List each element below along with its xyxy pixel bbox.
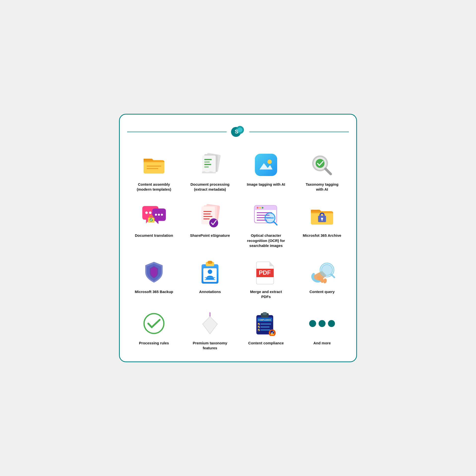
svg-rect-11: [204, 164, 211, 165]
list-item: Content assembly(modern templates): [127, 147, 181, 196]
and-more-icon: [308, 310, 336, 337]
svg-point-21: [155, 214, 157, 216]
content-query-label: Content query: [309, 289, 335, 294]
taxonomy-tagging-label: Taxonomy taggingwith AI: [306, 182, 338, 192]
svg-point-39: [257, 207, 258, 208]
list-item: Taxonomy taggingwith AI: [295, 147, 349, 196]
annotations-label: Annotations: [199, 289, 221, 294]
list-item: Document translation: [127, 198, 181, 252]
processing-rules-label: Processing rules: [139, 341, 169, 346]
svg-point-69: [144, 314, 164, 333]
esignature-label: SharePoint eSignature: [190, 233, 230, 238]
svg-point-13: [268, 160, 272, 164]
image-tagging-label: Image tagging with AI: [247, 182, 285, 187]
svg-rect-56: [208, 261, 212, 264]
svg-point-58: [208, 269, 212, 274]
svg-rect-9: [204, 159, 212, 160]
archive-label: Microsfot 365 Archive: [303, 233, 341, 238]
list-item: SharePoint eSignature: [183, 198, 237, 252]
annotations-icon: [196, 259, 224, 286]
image-tagging-icon: [252, 151, 280, 178]
svg-point-64: [322, 265, 332, 275]
ocr-icon: [252, 202, 280, 230]
svg-point-68: [323, 278, 327, 284]
list-item: Premium taxonomyfeatures: [183, 305, 237, 354]
svg-rect-73: [263, 312, 267, 315]
doc-processing-icon: [196, 151, 224, 178]
main-card: S Content assembly(modern temp: [119, 114, 357, 362]
svg-point-17: [316, 159, 325, 168]
svg-point-23: [161, 214, 163, 216]
taxonomy-tagging-icon: [308, 151, 336, 178]
svg-text:COMPLIANCE: COMPLIANCE: [258, 319, 271, 321]
list-item: Image tagging with AI: [239, 147, 293, 196]
list-item: Content query: [295, 254, 349, 303]
pdf-icon: PDF: [252, 259, 280, 286]
svg-text:S: S: [235, 128, 238, 135]
list-item: Document processing(extract metadata): [183, 147, 237, 196]
list-item: And more: [295, 305, 349, 354]
backup-icon: [140, 259, 168, 286]
list-item: Microsfot 365 Archive: [295, 198, 349, 252]
features-grid: Content assembly(modern templates): [127, 147, 349, 354]
content-assembly-label: Content assembly(modern templates): [137, 182, 171, 192]
svg-rect-10: [204, 161, 210, 163]
dot-3: [328, 320, 335, 327]
esignature-icon: [196, 202, 224, 230]
svg-point-18: [145, 211, 148, 214]
list-item: Processing rules: [127, 305, 181, 354]
image-tagging-bg: [255, 154, 277, 176]
content-query-icon: [308, 259, 336, 286]
processing-rules-icon: [140, 310, 168, 337]
svg-point-41: [262, 207, 263, 208]
svg-point-40: [259, 207, 261, 208]
premium-taxonomy-icon: [196, 310, 224, 337]
and-more-label: And more: [313, 341, 331, 346]
list-item: Microsoft 365 Backup: [127, 254, 181, 303]
svg-point-35: [209, 218, 218, 227]
header-line-left: [127, 132, 227, 132]
svg-point-22: [158, 214, 160, 216]
dot-2: [319, 320, 326, 327]
svg-line-16: [326, 169, 331, 174]
premium-taxonomy-label: Premium taxonomyfeatures: [193, 341, 227, 351]
sharepoint-logo: S: [231, 124, 245, 139]
compliance-icon: COMPLIANCE: [252, 310, 280, 337]
svg-point-19: [149, 211, 151, 214]
svg-text:PDF: PDF: [259, 269, 271, 276]
header-line-right: [249, 132, 349, 132]
pdf-label: Merge and extractPDFs: [250, 289, 282, 299]
dot-1: [309, 320, 316, 327]
content-assembly-icon: [140, 151, 168, 178]
list-item: Annotations: [183, 254, 237, 303]
ocr-label: Optical characterrecognition (OCR) forse…: [247, 233, 285, 248]
doc-processing-label: Document processing(extract metadata): [190, 182, 230, 192]
compliance-label: Content compliance: [248, 341, 284, 346]
backup-label: Microsoft 365 Backup: [135, 289, 173, 294]
archive-icon: [308, 202, 336, 230]
svg-rect-52: [322, 219, 323, 221]
doc-translation-icon: [140, 202, 168, 230]
svg-line-65: [331, 274, 334, 277]
dots-container: [309, 320, 335, 327]
list-item: Optical characterrecognition (OCR) forse…: [239, 198, 293, 252]
header: S: [127, 124, 349, 139]
list-item: PDF Merge and extractPDFs: [239, 254, 293, 303]
doc-translation-label: Document translation: [135, 233, 173, 238]
list-item: COMPLIANCE: [239, 305, 293, 354]
svg-rect-12: [204, 166, 209, 168]
